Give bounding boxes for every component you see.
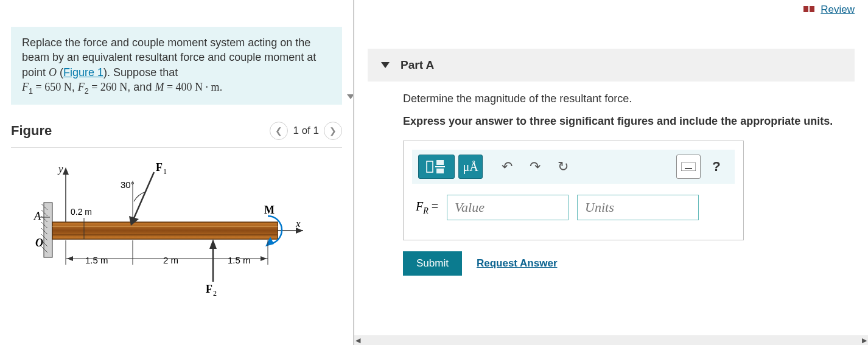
- f2-val: = 260 N: [89, 81, 128, 93]
- svg-rect-36: [436, 169, 444, 173]
- svg-marker-30: [261, 256, 267, 261]
- figure-count: 1 of 1: [293, 125, 319, 137]
- request-answer-link[interactable]: Request Answer: [477, 257, 558, 270]
- units-button[interactable]: μÅ: [458, 155, 483, 179]
- svg-marker-29: [67, 256, 73, 261]
- svg-line-17: [133, 172, 154, 221]
- figure-prev-button[interactable]: ❮: [270, 122, 288, 140]
- label-O: O: [35, 237, 43, 249]
- problem-statement: Replace the force and couple moment syst…: [11, 27, 342, 105]
- f2-var: F: [78, 81, 85, 93]
- f2-sub: 2: [85, 86, 89, 95]
- figure-link[interactable]: Figure 1: [63, 66, 103, 78]
- answer-box: μÅ ↶ ↷ ↻ ? FR =: [403, 141, 744, 240]
- axis-x-label: x: [295, 218, 301, 229]
- label-F2-sub: 2: [213, 289, 217, 298]
- svg-rect-34: [436, 160, 444, 165]
- f1-var: F: [22, 81, 29, 93]
- reset-button[interactable]: ↻: [551, 155, 575, 179]
- label-M: M: [264, 204, 275, 216]
- svg-rect-9: [52, 222, 278, 239]
- label-F2: F: [206, 283, 212, 295]
- f1-val: = 650 N: [33, 81, 72, 93]
- value-input[interactable]: [447, 195, 569, 220]
- scroll-left-icon: ◀: [355, 336, 360, 344]
- scroll-right-icon: ▶: [862, 336, 867, 344]
- answer-toolbar: μÅ ↶ ↷ ↻ ?: [412, 150, 735, 184]
- svg-rect-31: [803, 6, 808, 12]
- figure-viewport: y x A O F 1: [11, 147, 342, 318]
- units-input[interactable]: [577, 195, 699, 220]
- point-O: O: [49, 66, 57, 78]
- template-button[interactable]: [418, 155, 455, 179]
- f1-sub: 1: [29, 86, 33, 95]
- label-F1: F: [156, 161, 163, 173]
- question-instruction: Express your answer to three significant…: [403, 114, 855, 128]
- dim-15m-a: 1.5 m: [85, 255, 108, 265]
- redo-button[interactable]: ↷: [523, 155, 547, 179]
- dim-2m: 2 m: [163, 255, 178, 265]
- label-F1-sub: 1: [163, 167, 167, 176]
- label-angle: 30°: [121, 179, 135, 190]
- submit-button[interactable]: Submit: [403, 251, 462, 276]
- m-val: = 400 N · m: [164, 81, 219, 93]
- figure-next-button[interactable]: ❯: [324, 122, 342, 140]
- dim-15m-b: 1.5 m: [228, 255, 251, 265]
- caret-down-icon: [381, 62, 390, 68]
- dim-02m: 0.2 m: [71, 207, 92, 217]
- horizontal-scrollbar[interactable]: ◀ ▶: [354, 335, 868, 345]
- label-A: A: [33, 210, 41, 222]
- suppose-text: . Suppose that: [107, 66, 178, 78]
- question-prompt: Determine the magnitude of the resultant…: [403, 92, 855, 105]
- keyboard-button[interactable]: [676, 155, 701, 179]
- svg-rect-33: [427, 161, 433, 172]
- help-button[interactable]: ?: [704, 155, 729, 179]
- m-var: M: [155, 81, 164, 93]
- review-icon: [803, 5, 816, 16]
- svg-rect-32: [810, 6, 814, 12]
- axis-y-label: y: [57, 163, 63, 175]
- svg-rect-0: [44, 203, 52, 257]
- figure-title: Figure: [11, 123, 52, 139]
- svg-rect-37: [681, 162, 696, 171]
- review-link[interactable]: Review: [821, 4, 855, 15]
- part-title: Part A: [401, 58, 434, 72]
- part-header[interactable]: Part A: [368, 49, 855, 82]
- undo-button[interactable]: ↶: [495, 155, 519, 179]
- variable-label: FR =: [416, 200, 438, 216]
- figure-diagram: y x A O F 1: [23, 154, 303, 300]
- svg-marker-13: [63, 167, 69, 175]
